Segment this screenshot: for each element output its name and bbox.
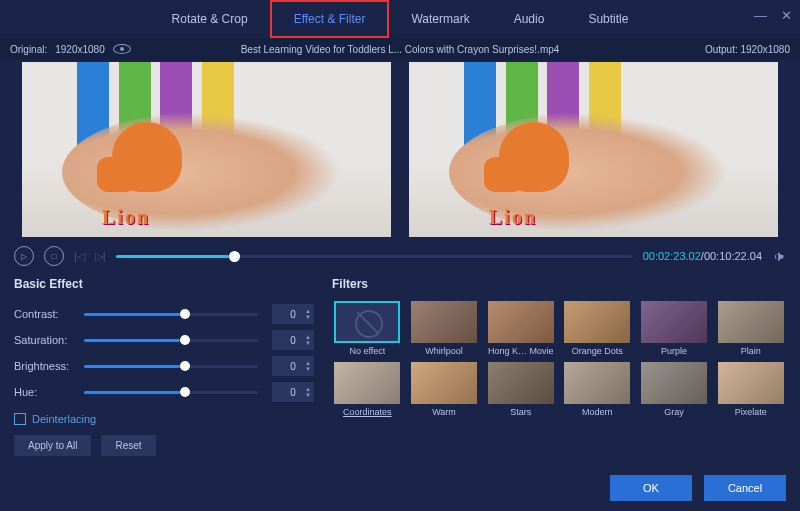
filter-label: Warm xyxy=(432,407,456,417)
filter-item[interactable]: Warm xyxy=(409,362,480,417)
preview-original: Lion xyxy=(22,62,391,237)
filters-title: Filters xyxy=(332,277,786,291)
contrast-value[interactable]: 0▲▼ xyxy=(272,304,314,324)
filter-label: Plain xyxy=(741,346,761,356)
filter-label: Whirlpool xyxy=(425,346,463,356)
filter-item[interactable]: Purple xyxy=(639,301,710,356)
output-resolution: 1920x1080 xyxy=(741,44,791,55)
preview-overlay-text: Lion xyxy=(102,206,150,229)
tab-watermark[interactable]: Watermark xyxy=(389,2,491,36)
filter-item[interactable]: Modern xyxy=(562,362,633,417)
progress-bar[interactable] xyxy=(116,255,633,258)
top-tabs: Rotate & Crop Effect & Filter Watermark … xyxy=(0,0,800,38)
basic-effect-title: Basic Effect xyxy=(14,277,314,291)
tab-subtitle[interactable]: Subtitle xyxy=(566,2,650,36)
filter-thumbnail[interactable] xyxy=(641,301,707,343)
playback-bar: ▷ □ |◁ ▷| 00:02:23.02/00:10:22.04 🕩 xyxy=(0,239,800,273)
filter-item[interactable]: Coordinates xyxy=(332,362,403,417)
filter-thumbnail[interactable] xyxy=(641,362,707,404)
saturation-value[interactable]: 0▲▼ xyxy=(272,330,314,350)
hue-label: Hue: xyxy=(14,386,84,398)
filter-thumbnail[interactable] xyxy=(334,301,400,343)
close-icon[interactable]: ✕ xyxy=(781,8,792,23)
filter-item[interactable]: Plain xyxy=(715,301,786,356)
filter-thumbnail[interactable] xyxy=(411,301,477,343)
filter-item[interactable]: Orange Dots xyxy=(562,301,633,356)
filter-label: Purple xyxy=(661,346,687,356)
next-frame-button[interactable]: ▷| xyxy=(95,250,106,263)
filter-item[interactable]: Pixelate xyxy=(715,362,786,417)
original-label: Original: xyxy=(10,44,47,55)
filter-label: Coordinates xyxy=(343,407,392,417)
deinterlacing-checkbox[interactable]: Deinterlacing xyxy=(14,413,314,425)
original-resolution: 1920x1080 xyxy=(55,44,105,55)
filter-item[interactable]: Gray xyxy=(639,362,710,417)
filter-thumbnail[interactable] xyxy=(564,301,630,343)
info-bar: Original: 1920x1080 Best Learning Video … xyxy=(0,38,800,60)
contrast-slider[interactable] xyxy=(84,313,258,316)
minimize-icon[interactable]: ― xyxy=(754,8,767,23)
filter-item[interactable]: Hong K… Movie xyxy=(485,301,556,356)
output-label: Output: xyxy=(705,44,738,55)
filter-label: No effect xyxy=(349,346,385,356)
filter-item[interactable]: Whirlpool xyxy=(409,301,480,356)
filters-panel: Filters No effectWhirlpoolHong K… MovieO… xyxy=(332,277,786,456)
filter-item[interactable]: No effect xyxy=(332,301,403,356)
filename: Best Learning Video for Toddlers L... Co… xyxy=(241,44,560,55)
stop-button[interactable]: □ xyxy=(44,246,64,266)
filter-thumbnail[interactable] xyxy=(718,301,784,343)
filter-thumbnail[interactable] xyxy=(411,362,477,404)
ok-button[interactable]: OK xyxy=(610,475,692,501)
volume-icon[interactable]: 🕩 xyxy=(772,248,786,264)
filter-thumbnail[interactable] xyxy=(488,362,554,404)
tab-audio[interactable]: Audio xyxy=(492,2,567,36)
filter-label: Orange Dots xyxy=(572,346,623,356)
saturation-slider[interactable] xyxy=(84,339,258,342)
contrast-label: Contrast: xyxy=(14,308,84,320)
tab-rotate-crop[interactable]: Rotate & Crop xyxy=(150,2,270,36)
preview-overlay-text: Lion xyxy=(489,206,537,229)
play-button[interactable]: ▷ xyxy=(14,246,34,266)
apply-to-all-button[interactable]: Apply to All xyxy=(14,435,91,456)
tab-effect-filter[interactable]: Effect & Filter xyxy=(270,0,390,38)
filter-thumbnail[interactable] xyxy=(488,301,554,343)
filter-label: Pixelate xyxy=(735,407,767,417)
filter-label: Modern xyxy=(582,407,613,417)
basic-effect-panel: Basic Effect Contrast: 0▲▼ Saturation: 0… xyxy=(14,277,314,456)
saturation-label: Saturation: xyxy=(14,334,84,346)
hue-value[interactable]: 0▲▼ xyxy=(272,382,314,402)
brightness-label: Brightness: xyxy=(14,360,84,372)
filter-thumbnail[interactable] xyxy=(718,362,784,404)
filter-thumbnail[interactable] xyxy=(334,362,400,404)
hue-slider[interactable] xyxy=(84,391,258,394)
preview-output: Lion xyxy=(409,62,778,237)
filter-label: Hong K… Movie xyxy=(488,346,554,356)
brightness-value[interactable]: 0▲▼ xyxy=(272,356,314,376)
time-display: 00:02:23.02/00:10:22.04 xyxy=(643,250,762,262)
filter-label: Gray xyxy=(664,407,684,417)
filter-label: Stars xyxy=(510,407,531,417)
preview-toggle-icon[interactable] xyxy=(113,44,131,54)
brightness-slider[interactable] xyxy=(84,365,258,368)
cancel-button[interactable]: Cancel xyxy=(704,475,786,501)
reset-button[interactable]: Reset xyxy=(101,435,155,456)
prev-frame-button[interactable]: |◁ xyxy=(74,250,85,263)
filter-thumbnail[interactable] xyxy=(564,362,630,404)
filter-item[interactable]: Stars xyxy=(485,362,556,417)
